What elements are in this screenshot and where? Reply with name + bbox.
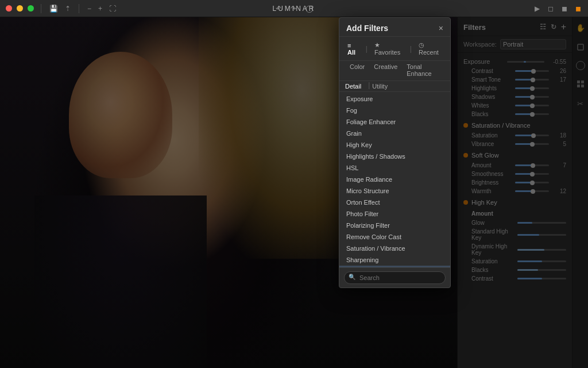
filter-item[interactable]: Fog — [339, 105, 450, 116]
main-layout: Add Filters × ≡ All | ★ Favorites | ◷ Re… — [0, 17, 588, 368]
filter-list: Exposure Fog Foliage Enhancer Grain High… — [339, 92, 450, 267]
modal-sub-tabs: Detail | Utility — [339, 81, 450, 92]
tab-creative[interactable]: Creative — [369, 61, 402, 80]
save-icon[interactable]: 💾 — [48, 3, 59, 14]
filter-item[interactable]: Remove Color Cast — [339, 231, 450, 243]
grid-icon[interactable]: ◻ — [547, 3, 555, 14]
subtab-utility[interactable]: Utility — [372, 81, 392, 91]
modal-header: Add Filters × — [339, 18, 450, 37]
search-input[interactable] — [344, 271, 446, 284]
minimize-window-btn[interactable] — [17, 5, 23, 12]
filter-item[interactable]: Saturation / Vibrance — [339, 243, 450, 254]
window-controls: 💾 ⇡ − + ⛶ — [6, 3, 117, 14]
monitor-icon[interactable]: ▶ — [533, 3, 541, 14]
share-icon[interactable]: ⇡ — [64, 3, 72, 14]
filter-item[interactable]: Exposure — [339, 93, 450, 105]
add-filters-modal: Add Filters × ≡ All | ★ Favorites | ◷ Re… — [339, 17, 451, 288]
app-title: LUMINAR — [272, 5, 315, 13]
filter-item[interactable]: Photo Filter — [339, 208, 450, 220]
modal-search — [339, 267, 450, 288]
filter-item[interactable]: Micro Structure — [339, 185, 450, 197]
filter-item[interactable]: Grain — [339, 128, 450, 139]
maximize-window-btn[interactable] — [28, 5, 34, 12]
panel-right-icon[interactable]: ◼ — [574, 3, 582, 14]
subtab-detail[interactable]: Detail — [345, 81, 366, 91]
tab-tonal[interactable]: Tonal Enhance — [402, 61, 444, 80]
tab-color[interactable]: Color — [345, 61, 369, 80]
modal-overlay[interactable] — [0, 17, 588, 368]
modal-category-tabs: Color Creative Tonal Enhance — [339, 61, 450, 81]
filter-item[interactable]: Highlights / Shadows — [339, 151, 450, 162]
right-toolbar: ▶ ◻ ◼ ◼ — [533, 3, 582, 14]
modal-title: Add Filters — [346, 24, 388, 33]
minus-icon[interactable]: − — [86, 3, 92, 14]
filter-item[interactable]: Orton Effect — [339, 197, 450, 208]
filter-item[interactable]: Polarizing Filter — [339, 220, 450, 231]
filter-item-high-key[interactable]: High Key — [339, 139, 450, 151]
modal-filter-tabs: ≡ All | ★ Favorites | ◷ Recent — [339, 37, 450, 61]
filter-item[interactable]: Foliage Enhancer — [339, 116, 450, 128]
filter-item[interactable]: Image Radiance — [339, 174, 450, 185]
close-window-btn[interactable] — [6, 5, 12, 12]
filter-item[interactable]: Sharpening — [339, 254, 450, 266]
panel-left-icon[interactable]: ◼ — [560, 3, 568, 14]
fullscreen-icon[interactable]: ⛶ — [108, 3, 117, 14]
search-field-wrap — [344, 271, 446, 284]
filter-item[interactable]: HSL — [339, 162, 450, 174]
titlebar: 💾 ⇡ − + ⛶ ↶ ↷ ◯ LUMINAR ▶ ◻ ◼ ◼ — [0, 0, 588, 17]
tab-all[interactable]: ≡ All — [345, 41, 361, 57]
tab-recent[interactable]: ◷ Recent — [416, 40, 444, 57]
tab-favorites[interactable]: ★ Favorites — [372, 40, 405, 57]
modal-close-btn[interactable]: × — [439, 24, 443, 33]
plus-icon[interactable]: + — [97, 3, 103, 14]
